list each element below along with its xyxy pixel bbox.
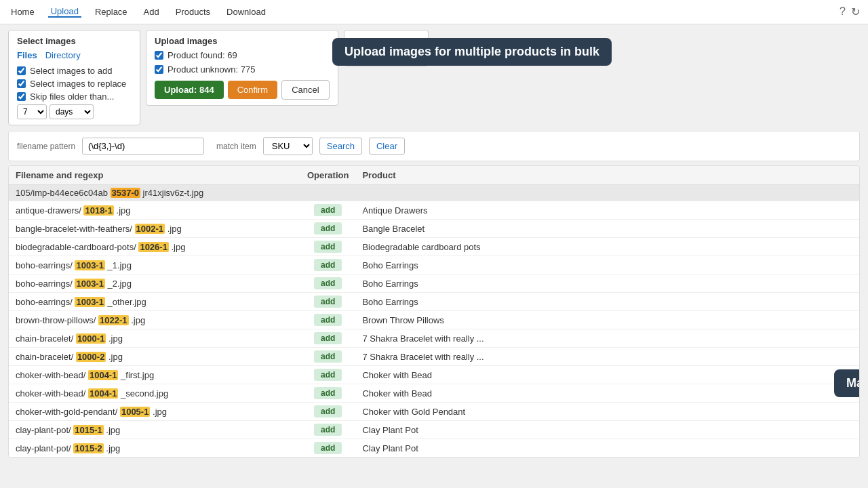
sku-highlight: 3537-0 (111, 188, 140, 198)
product-cell: Choker with Gold Pendant (355, 403, 859, 421)
upload-button[interactable]: Upload: 844 (155, 81, 224, 99)
operation-cell: add (300, 329, 355, 348)
checkbox-product-found[interactable] (155, 51, 163, 60)
nav-home[interactable]: Home (8, 7, 37, 17)
filename-prefix: biodegradable-cardboard-pots/ (16, 242, 138, 252)
product-unknown-label: Product unknown: 775 (167, 64, 255, 75)
operation-cell: add (300, 439, 355, 458)
checkbox-skip-label: Skip files older than... (30, 92, 114, 102)
refresh-icon[interactable]: ↻ (851, 5, 860, 18)
col-header-filename: Filename and regexp (9, 166, 300, 185)
filename-pattern-label: filename pattern (17, 142, 75, 151)
top-panels: Select images Files Directory Select ima… (0, 24, 868, 131)
filename-pattern-input[interactable] (82, 138, 204, 155)
sku-highlight: 1022-1 (98, 315, 128, 325)
operation-cell: add (300, 421, 355, 439)
filename-suffix: .jpg (129, 315, 146, 325)
operation-cell: add (300, 220, 355, 238)
nav-upload[interactable]: Upload (48, 6, 81, 18)
table-row: chain-bracelet/ 1000-2 .jpgadd7 Shakra B… (9, 348, 859, 366)
operation-badge: add (314, 424, 342, 436)
filename-suffix: .jpg (106, 352, 123, 362)
operation-cell: add (300, 293, 355, 311)
filename-suffix: .jpg (150, 407, 167, 417)
filename-cell: chain-bracelet/ 1000-1 .jpg (9, 329, 300, 348)
table-row: clay-plant-pot/ 1015-2 .jpgaddClay Plant… (9, 439, 859, 458)
filename-suffix: .jpg (104, 443, 121, 453)
filename-prefix: clay-plant-pot/ (16, 425, 73, 435)
sku-highlight: 1003-1 (75, 279, 104, 289)
sku-highlight: 1000-1 (76, 333, 106, 344)
confirm-button[interactable]: Confirm (228, 81, 278, 99)
filename-cell: choker-with-bead/ 1004-1 _first.jpg (9, 366, 300, 384)
filename-cell: brown-throw-pillows/ 1022-1 .jpg (9, 311, 300, 329)
filename-cell: bangle-bracelet-with-feathers/ 1002-1 .j… (9, 220, 300, 238)
operation-badge: add (314, 405, 342, 418)
filename-cell: 105/imp-b44ece6c04ab 3537-0 jr41xjisv6z-… (9, 185, 300, 201)
filename-cell: choker-with-gold-pendant/ 1005-1 .jpg (9, 403, 300, 421)
checkbox-product-unknown[interactable] (155, 65, 163, 74)
operation-badge: add (314, 369, 342, 381)
nav-download[interactable]: Download (224, 7, 269, 17)
operation-cell: add (300, 238, 355, 256)
filename-prefix: boho-earrings/ (16, 260, 75, 270)
product-cell: Clay Plant Pot (355, 421, 859, 439)
operation-cell: add (300, 201, 355, 220)
checkbox-skip-older[interactable] (17, 92, 26, 101)
filename-suffix: jr41xjisv6z-t.jpg (140, 188, 203, 198)
days-value-select[interactable]: 71430 (17, 104, 47, 119)
search-button[interactable]: Search (319, 138, 362, 155)
table-row: choker-with-gold-pendant/ 1005-1 .jpgadd… (9, 403, 859, 421)
sku-highlight: 1018-1 (83, 205, 113, 216)
sku-highlight: 1000-2 (76, 352, 106, 362)
filename-prefix: brown-throw-pillows/ (16, 315, 98, 325)
match-item-select[interactable]: SKU Name ID (263, 137, 313, 155)
table-row: 105/imp-b44ece6c04ab 3537-0 jr41xjisv6z-… (9, 185, 859, 201)
product-found-label: Product found: 69 (167, 50, 237, 60)
filename-prefix: boho-earrings/ (16, 279, 75, 289)
operation-cell: add (300, 348, 355, 366)
operation-badge: add (314, 332, 342, 344)
days-unit-select[interactable]: daysweeks (50, 104, 94, 119)
tab-directory[interactable]: Directory (45, 50, 81, 60)
filename-suffix: .jpg (169, 242, 186, 252)
images-table: Filename and regexp Operation Product 10… (9, 166, 859, 458)
filename-cell: antique-drawers/ 1018-1 .jpg (9, 201, 300, 220)
filename-suffix: _other.jpg (105, 297, 146, 307)
filename-prefix: choker-with-bead/ (16, 370, 88, 380)
filename-prefix: chain-bracelet/ (16, 352, 76, 362)
product-cell (355, 185, 859, 201)
clear-button[interactable]: Clear (369, 138, 405, 155)
filename-suffix: _1.jpg (105, 260, 132, 270)
table-row: choker-with-bead/ 1004-1 _first.jpgaddCh… (9, 366, 859, 384)
nav-replace[interactable]: Replace (92, 7, 130, 17)
filename-suffix: .jpg (106, 333, 123, 344)
filename-cell: boho-earrings/ 1003-1 _1.jpg (9, 256, 300, 274)
operation-badge: add (314, 314, 342, 326)
filename-prefix: boho-earrings/ (16, 297, 75, 307)
cancel-button[interactable]: Cancel (281, 80, 329, 100)
help-icon[interactable]: ? (840, 5, 846, 18)
checkbox-select-add[interactable] (17, 66, 26, 75)
checkbox-select-replace[interactable] (17, 79, 26, 88)
product-cell: Clay Plant Pot (355, 439, 859, 458)
upload-images-title: Upload images (155, 36, 330, 46)
sku-highlight: 1026-1 (138, 242, 168, 252)
product-cell: Boho Earrings (355, 256, 859, 274)
table-row: clay-plant-pot/ 1015-1 .jpgaddClay Plant… (9, 421, 859, 439)
filename-prefix: chain-bracelet/ (16, 333, 76, 344)
col-header-operation: Operation (300, 166, 355, 185)
nav-add[interactable]: Add (141, 7, 162, 17)
tooltip-upload: Upload images for multiple products in b… (332, 38, 612, 66)
filename-cell: clay-plant-pot/ 1015-2 .jpg (9, 439, 300, 458)
nav-products[interactable]: Products (173, 7, 213, 17)
table-row: choker-with-bead/ 1004-1 _second.jpgaddC… (9, 384, 859, 403)
operation-badge: add (314, 296, 342, 308)
table-row: bangle-bracelet-with-feathers/ 1002-1 .j… (9, 220, 859, 238)
tab-files[interactable]: Files (17, 50, 37, 60)
operation-badge: add (314, 222, 342, 235)
select-images-title: Select images (17, 36, 132, 46)
product-cell: Bangle Bracelet (355, 220, 859, 238)
filename-cell: choker-with-bead/ 1004-1 _second.jpg (9, 384, 300, 403)
filename-cell: clay-plant-pot/ 1015-1 .jpg (9, 421, 300, 439)
